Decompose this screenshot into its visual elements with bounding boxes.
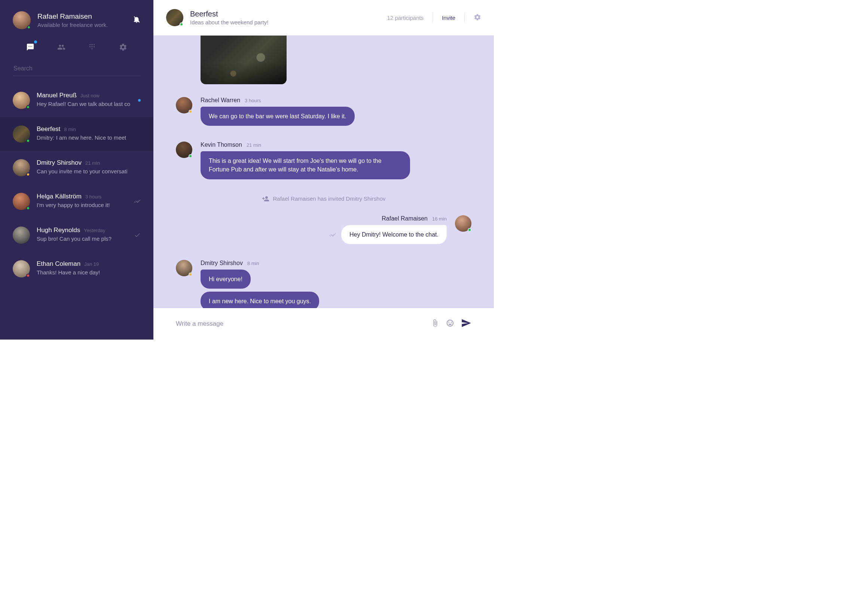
profile-name: Rafael Ramaisen — [38, 12, 132, 21]
unread-dot — [138, 99, 141, 102]
compose-input[interactable] — [176, 320, 424, 328]
conversation-text: Ethan Coleman Jan 19 Thanks! Have a nice… — [37, 260, 141, 275]
system-message-text: Rafael Ramaisen has invited Dmitry Shirs… — [273, 196, 386, 202]
message-bubble: Hi everyone! — [201, 269, 251, 289]
profile-status-text: Available for freelance work. — [38, 22, 132, 28]
send-button[interactable] — [461, 318, 472, 330]
message-author: Rachel Warren — [201, 97, 240, 104]
conversation-list[interactable]: Manuel Preuß Just now Hey Rafael! Can we… — [0, 83, 153, 340]
nav-chats-icon[interactable] — [25, 42, 36, 53]
status-dot — [180, 23, 183, 26]
participants-count[interactable]: 12 participants — [387, 15, 424, 21]
message-avatar[interactable] — [176, 97, 192, 113]
emoji-icon[interactable] — [446, 319, 454, 329]
nav-contacts-icon[interactable] — [56, 42, 67, 53]
conversation-item[interactable]: Beerfest 8 min Dmitry: I am new here. Ni… — [0, 117, 153, 151]
sidebar: Rafael Ramaisen Available for freelance … — [0, 0, 153, 340]
chat-settings-icon[interactable] — [474, 14, 481, 22]
avatar — [13, 125, 30, 143]
conversation-name: Manuel Preuß — [37, 92, 77, 99]
avatar — [13, 260, 30, 277]
message-body: Dmitry Shirshov 8 min Hi everyone! I am … — [201, 260, 319, 308]
conversation-name: Beerfest — [37, 125, 60, 133]
conversation-name: Ethan Coleman — [37, 260, 80, 268]
status-dot — [26, 173, 30, 176]
status-dot — [26, 274, 30, 277]
svg-point-6 — [89, 47, 90, 48]
delivered-check-icon — [134, 232, 141, 238]
message-group-outgoing: Rafael Ramaisen 16 min Hey Dmitry! Welco… — [176, 215, 472, 247]
person-add-icon — [262, 195, 269, 203]
system-message: Rafael Ramaisen has invited Dmitry Shirs… — [176, 195, 472, 203]
conversation-text: Manuel Preuß Just now Hey Rafael! Can we… — [37, 92, 141, 107]
message-avatar[interactable] — [455, 215, 472, 232]
chat-avatar[interactable] — [166, 9, 183, 26]
conversation-item[interactable]: Dmitry Shirshov 21 min Can you invite me… — [0, 151, 153, 185]
chat-title: Beerfest — [190, 10, 387, 18]
conversation-preview: Can you invite me to your conversati — [37, 168, 141, 175]
message-body: Kevin Thomson 21 min This is a great ide… — [201, 141, 410, 182]
nav-chat-badge — [34, 41, 37, 44]
status-dot — [26, 139, 30, 143]
message-time: 21 min — [246, 142, 261, 148]
conversation-item[interactable]: Ethan Coleman Jan 19 Thanks! Have a nice… — [0, 252, 153, 286]
status-dot — [468, 228, 472, 232]
conversation-preview: Sup bro! Can you call me pls? — [37, 235, 141, 242]
message-author: Dmitry Shirshov — [201, 260, 243, 266]
status-dot — [189, 272, 192, 276]
chat-subtitle: Ideas about the weekend party! — [190, 19, 387, 26]
chat-title-block: Beerfest Ideas about the weekend party! — [190, 10, 387, 26]
nav-icons — [0, 38, 153, 62]
status-dot — [189, 154, 192, 158]
chat-header: Beerfest Ideas about the weekend party! … — [153, 0, 494, 36]
message-author: Rafael Ramaisen — [381, 215, 428, 222]
profile-text: Rafael Ramaisen Available for freelance … — [38, 12, 132, 28]
svg-point-3 — [89, 44, 90, 45]
message-time: 3 hours — [245, 98, 261, 103]
conversation-name: Hugh Reynolds — [37, 226, 80, 234]
divider — [432, 13, 433, 23]
invite-button[interactable]: Invite — [442, 15, 455, 21]
nav-settings-icon[interactable] — [118, 42, 128, 53]
messages-scroll[interactable]: Rachel Warren 3 hours We can go to the b… — [153, 36, 494, 308]
message-time: 8 min — [247, 260, 259, 266]
message-avatar[interactable] — [176, 141, 192, 158]
attachment-icon[interactable] — [431, 319, 439, 329]
chat-main: Beerfest Ideas about the weekend party! … — [153, 0, 494, 340]
notifications-muted-icon[interactable] — [132, 15, 141, 25]
search-input[interactable] — [13, 62, 141, 76]
read-checks-icon — [329, 232, 336, 240]
conversation-time: Just now — [80, 93, 99, 98]
profile-avatar[interactable] — [13, 11, 31, 29]
message-body: Rafael Ramaisen 16 min Hey Dmitry! Welco… — [329, 215, 447, 247]
conversation-preview: I'm very happy to introduce it! — [37, 202, 141, 208]
message-image-attachment[interactable] — [201, 36, 287, 84]
nav-dialpad-icon[interactable] — [87, 42, 97, 53]
message-bubble: I am new here. Nice to meet you guys. — [201, 292, 319, 308]
conversation-preview: Thanks! Have a nice day! — [37, 269, 141, 275]
conversation-time: 8 min — [64, 126, 76, 132]
conversation-text: Hugh Reynolds Yesterday Sup bro! Can you… — [37, 226, 141, 242]
conversation-item[interactable]: Helga Källström 3 hours I'm very happy t… — [0, 185, 153, 218]
message-body: Rachel Warren 3 hours We can go to the b… — [201, 97, 355, 129]
message-avatar[interactable] — [176, 260, 192, 276]
conversation-item[interactable]: Manuel Preuß Just now Hey Rafael! Can we… — [0, 83, 153, 117]
svg-point-9 — [92, 48, 93, 50]
message-group: Dmitry Shirshov 8 min Hi everyone! I am … — [176, 260, 472, 308]
svg-point-0 — [29, 46, 30, 47]
svg-point-4 — [92, 44, 93, 45]
conversation-time: 3 hours — [85, 194, 101, 200]
status-dot — [26, 105, 30, 109]
conversation-item[interactable]: Hugh Reynolds Yesterday Sup bro! Can you… — [0, 218, 153, 252]
conversation-text: Helga Källström 3 hours I'm very happy t… — [37, 193, 141, 208]
message-bubble: This is a great idea! We will start from… — [201, 151, 410, 179]
svg-point-7 — [92, 47, 93, 48]
profile-row: Rafael Ramaisen Available for freelance … — [0, 0, 153, 38]
avatar — [13, 226, 30, 244]
message-bubble: Hey Dmitry! Welcome to the chat. — [341, 225, 447, 244]
search-row — [0, 62, 153, 76]
conversation-time: Jan 19 — [84, 261, 99, 267]
svg-point-1 — [30, 46, 31, 47]
avatar — [13, 193, 30, 210]
profile-status-dot — [27, 26, 31, 29]
